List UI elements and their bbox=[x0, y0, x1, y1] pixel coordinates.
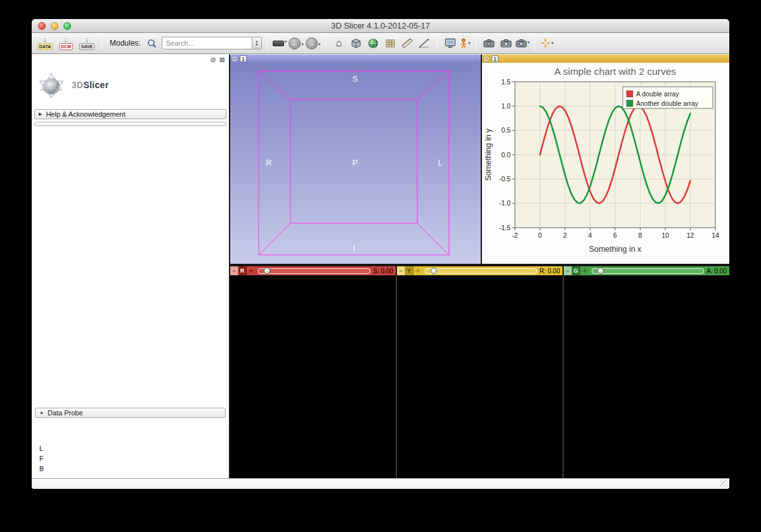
slice-minimize-button[interactable]: − bbox=[397, 266, 405, 275]
chart-canvas[interactable]: -2024681012141.51.00.50.0-0.5-1.0-1.5A s… bbox=[482, 63, 729, 264]
slice-viewport-yellow[interactable] bbox=[397, 276, 563, 478]
caret-down-icon: ▾ bbox=[285, 39, 287, 47]
slice-name-badge[interactable]: R bbox=[238, 266, 247, 275]
slice-visibility-icon[interactable] bbox=[413, 268, 422, 274]
slice-viewport-green[interactable] bbox=[564, 276, 729, 478]
screen-capture-icon bbox=[445, 38, 456, 48]
orientation-label-left: L bbox=[438, 158, 442, 167]
save-button[interactable]: ↓ SAVE bbox=[77, 34, 96, 53]
toolbar-separator bbox=[101, 36, 102, 51]
slice-visibility-icon[interactable] bbox=[580, 268, 589, 274]
download-arrow-icon: ↓ bbox=[43, 36, 47, 42]
slope-measure-icon bbox=[419, 37, 430, 49]
search-placeholder: Search... bbox=[162, 39, 252, 47]
module-history-forward-button[interactable]: → ▾ bbox=[306, 37, 321, 49]
x-tick-label: 14 bbox=[712, 231, 719, 239]
y-tick-label: -0.5 bbox=[499, 175, 511, 183]
slider-handle[interactable] bbox=[264, 268, 270, 274]
cube-icon bbox=[351, 38, 361, 49]
zoom-window-button[interactable] bbox=[63, 22, 71, 30]
view-cube-module-button[interactable] bbox=[348, 34, 363, 53]
combobox-stepper-icon[interactable]: ▴▾ bbox=[252, 37, 261, 49]
load-data-button[interactable]: ↓ DATA bbox=[36, 34, 55, 53]
main-toolbar: ↓ DATA ↓ DCM ↓ SAVE Modules: Search... bbox=[32, 33, 729, 54]
minimize-window-button[interactable] bbox=[51, 22, 58, 30]
camera-menu-icon bbox=[516, 39, 527, 48]
module-search-combobox[interactable]: Search... ▴▾ bbox=[162, 37, 262, 49]
view-minimize-button[interactable]: − bbox=[483, 56, 490, 62]
window-controls bbox=[38, 19, 71, 33]
chart-view-pin[interactable]: 1 bbox=[491, 55, 498, 62]
chart-ylabel: Something in y bbox=[484, 128, 493, 181]
chart-view[interactable]: -2024681012141.51.00.50.0-0.5-1.0-1.5A s… bbox=[482, 63, 729, 264]
probe-row-foreground-layer: F bbox=[39, 453, 226, 464]
module-panel: ⊘ ⊠ 3DSlicer bbox=[32, 55, 229, 478]
module-search-button[interactable] bbox=[145, 34, 160, 53]
slice-minimize-button[interactable]: − bbox=[564, 266, 572, 275]
models-module-button[interactable] bbox=[365, 34, 380, 53]
slice-offset-slider[interactable] bbox=[258, 268, 370, 274]
panel-close-icon[interactable]: ⊠ bbox=[219, 56, 225, 65]
slice-controllers: − R S: 0.00 − Y bbox=[230, 266, 729, 275]
orientation-label-posterior: P bbox=[353, 158, 358, 167]
slice-name-badge[interactable]: Y bbox=[405, 266, 413, 275]
volumes-module-button[interactable] bbox=[382, 34, 398, 53]
back-arrow-icon: ← bbox=[289, 37, 301, 49]
ruler-icon bbox=[401, 37, 413, 49]
title-bar[interactable]: 3D Slicer 4.1.0-2012-05-17 bbox=[32, 19, 729, 33]
view-3d[interactable]: S I R L P bbox=[230, 63, 481, 264]
slice-name-badge[interactable]: G bbox=[572, 266, 580, 275]
crosshair-icon bbox=[540, 38, 550, 48]
slice-offset-value: S: 0.00 bbox=[373, 268, 396, 275]
slider-groove[interactable] bbox=[258, 268, 370, 274]
chart-view-header: − 1 bbox=[482, 55, 729, 63]
slice-offset-slider[interactable] bbox=[425, 268, 537, 274]
measurement-module-button[interactable] bbox=[417, 34, 432, 53]
resize-grip[interactable] bbox=[720, 479, 728, 488]
main-area: ⊘ ⊠ 3DSlicer bbox=[32, 55, 729, 478]
slice-viewport-red[interactable] bbox=[230, 276, 396, 478]
annotations-module-button[interactable] bbox=[400, 34, 415, 53]
help-acknowledgement-section[interactable]: ▶ Help & Acknowledgement bbox=[34, 109, 226, 119]
slice-offset-value: A: 0.00 bbox=[706, 268, 729, 275]
x-tick-label: 0 bbox=[538, 231, 542, 239]
caret-down-icon: ▾ bbox=[301, 42, 304, 49]
crosshair-button[interactable]: ▾ bbox=[540, 38, 554, 48]
module-history-back-button[interactable]: ← ▾ bbox=[289, 37, 304, 49]
slice-visibility-icon[interactable] bbox=[247, 268, 256, 274]
load-dicom-button[interactable]: ↓ DCM bbox=[56, 34, 75, 53]
data-probe-header[interactable]: ▼ Data Probe bbox=[35, 408, 226, 418]
sceneview-menu-button[interactable]: ▾ bbox=[516, 39, 530, 48]
close-window-button[interactable] bbox=[38, 22, 46, 30]
app-window: 3D Slicer 4.1.0-2012-05-17 ↓ DATA ↓ DCM … bbox=[32, 19, 729, 489]
sceneview-restore-button[interactable] bbox=[498, 34, 514, 53]
orientation-label-right: R bbox=[266, 158, 271, 167]
collapsed-section-bar bbox=[34, 122, 226, 126]
screenshot-button[interactable] bbox=[443, 34, 458, 53]
probe-row-background-layer: B bbox=[39, 464, 226, 474]
legend-swatch bbox=[627, 91, 633, 97]
y-tick-label: 0.0 bbox=[501, 151, 511, 159]
slider-groove[interactable] bbox=[592, 268, 704, 274]
slice-viewports bbox=[230, 275, 729, 478]
data-probe-label: Data Probe bbox=[48, 409, 83, 417]
slider-groove[interactable] bbox=[425, 268, 537, 274]
home-module-button[interactable]: ⌂ bbox=[331, 34, 346, 53]
caret-down-icon: ▾ bbox=[468, 41, 471, 48]
slider-handle[interactable] bbox=[597, 268, 604, 274]
view-minimize-button[interactable]: − bbox=[231, 56, 238, 62]
sceneview-capture-button[interactable] bbox=[481, 34, 497, 53]
panel-undock-icon[interactable]: ⊘ bbox=[211, 56, 216, 65]
legend-label: Another double array bbox=[636, 100, 699, 107]
caret-down-icon: ▾ bbox=[551, 41, 554, 48]
probe-layer-rows: L F B bbox=[39, 443, 226, 474]
x-tick-label: 6 bbox=[613, 231, 617, 239]
place-mode-button[interactable]: ▾ bbox=[460, 38, 471, 48]
forward-arrow-icon: → bbox=[306, 37, 318, 49]
download-arrow-icon: ↓ bbox=[64, 36, 68, 42]
slider-handle[interactable] bbox=[431, 268, 437, 274]
threed-view-pin[interactable]: 1 bbox=[240, 55, 247, 62]
slice-minimize-button[interactable]: − bbox=[230, 266, 238, 275]
slice-offset-slider[interactable] bbox=[592, 268, 704, 274]
modules-menu-button[interactable]: ▾ bbox=[273, 39, 287, 47]
